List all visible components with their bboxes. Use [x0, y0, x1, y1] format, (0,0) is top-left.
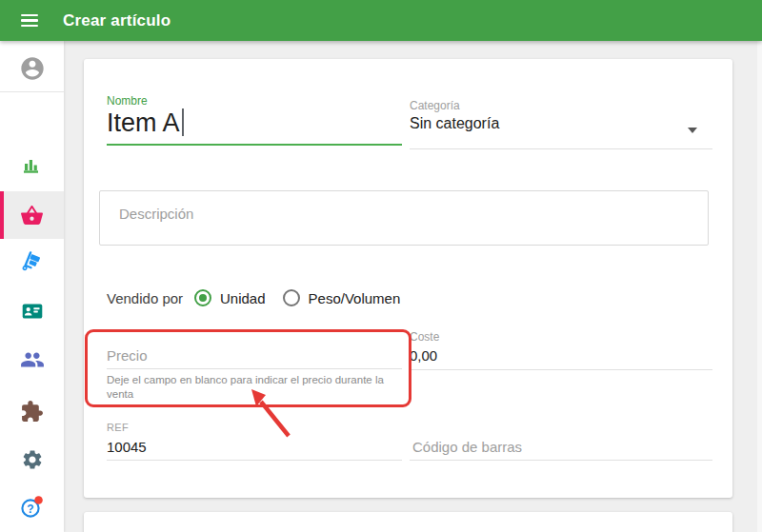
gear-icon: [21, 448, 44, 471]
people-icon: [20, 347, 45, 372]
chevron-down-icon[interactable]: [688, 128, 697, 133]
page-title: Crear artículo: [63, 11, 170, 30]
precio-placeholder: Precio: [107, 347, 148, 364]
bar-chart-icon: [21, 153, 44, 176]
help-circle-icon: ?: [18, 494, 47, 521]
categoria-label: Categoría: [410, 99, 460, 112]
text-cursor: [182, 108, 184, 136]
sidebar-item-settings[interactable]: [0, 436, 64, 483]
precio-underline: [107, 368, 402, 369]
coste-underline: [410, 369, 712, 370]
sidebar-item-employees[interactable]: [0, 336, 64, 384]
sidebar-item-account[interactable]: [0, 46, 64, 92]
coste-input[interactable]: 0,00: [410, 347, 437, 364]
nombre-label: Nombre: [107, 94, 148, 108]
descripcion-textarea[interactable]: Descripción: [99, 190, 709, 246]
hand-truck-icon: [20, 250, 45, 275]
radio-peso-volumen-label[interactable]: Peso/Volumen: [309, 290, 401, 306]
app-header: Crear artículo: [0, 0, 762, 41]
codigo-barras-underline: [410, 460, 712, 461]
svg-text:?: ?: [27, 502, 33, 516]
precio-helper-text: Deje el campo en blanco para indicar el …: [107, 373, 413, 402]
radio-peso-volumen[interactable]: [283, 289, 300, 306]
sidebar-item-articles-active[interactable]: [0, 191, 64, 239]
hamburger-menu-icon[interactable]: [11, 5, 48, 37]
ref-label: REF: [107, 422, 129, 433]
sidebar-item-help[interactable]: ?: [0, 483, 64, 531]
categoria-underline: [410, 148, 712, 149]
puzzle-icon: [20, 400, 44, 424]
item-form-card: Nombre Item A Categoría Sin categoría De…: [84, 59, 732, 498]
descripcion-placeholder: Descripción: [119, 206, 193, 222]
radio-unidad[interactable]: [194, 289, 211, 306]
codigo-barras-input[interactable]: Código de barras: [412, 439, 522, 455]
ref-underline: [107, 460, 402, 461]
contact-card-icon: [20, 299, 45, 324]
ref-input[interactable]: 10045: [107, 439, 147, 455]
notification-red-dot: [34, 496, 43, 504]
vendido-por-label: Vendido por: [107, 290, 194, 306]
coste-label: Coste: [410, 330, 439, 344]
precio-input[interactable]: [107, 340, 402, 370]
sidebar-item-stock[interactable]: [0, 239, 64, 286]
sidebar-item-reports[interactable]: [0, 141, 64, 188]
vendido-por-row: Vendido por Unidad Peso/Volumen: [107, 287, 400, 308]
nombre-input[interactable]: Item A: [107, 107, 184, 139]
next-section-card: [84, 512, 732, 532]
shopping-basket-icon: [20, 204, 44, 227]
sidebar: ?: [0, 41, 64, 532]
sidebar-item-customer-cards[interactable]: [0, 287, 64, 335]
nombre-underline: [107, 144, 402, 146]
radio-unidad-label[interactable]: Unidad: [220, 290, 266, 306]
screen: Crear artículo: [0, 0, 762, 532]
scrollbar[interactable]: [757, 41, 762, 532]
account-circle-icon: [19, 55, 46, 82]
sidebar-item-apps[interactable]: [0, 387, 64, 435]
categoria-value: Sin categoría: [410, 115, 499, 132]
